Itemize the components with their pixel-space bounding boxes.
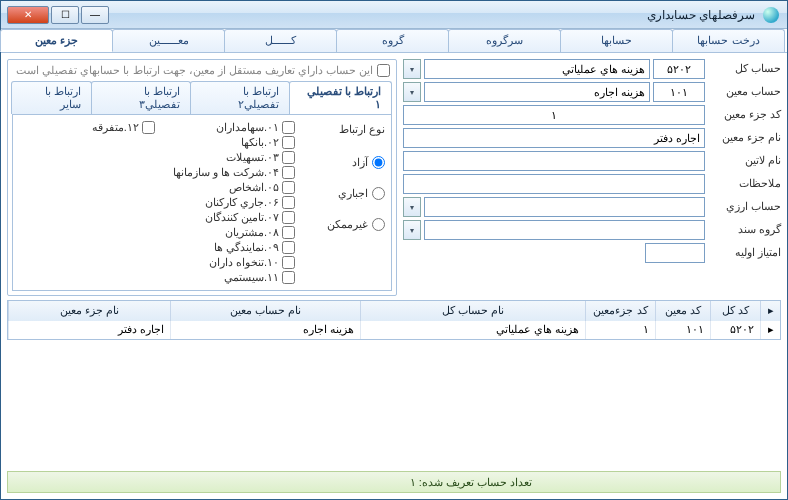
relation-panel: اين حساب داراي تعاريف مستقل از معين، جهت… — [7, 59, 397, 296]
grid-header-sub[interactable]: کد جزءمعين — [585, 301, 655, 321]
grid-header-moeinname[interactable]: نام حساب معين — [170, 301, 360, 321]
status-count: تعداد حساب تعريف شده: ۱ — [410, 476, 532, 489]
subname-input[interactable] — [403, 128, 705, 148]
relation-checkbox-label: ۰۱.سهامداران — [216, 121, 279, 134]
grid-cell-moein: ۱۰۱ — [655, 321, 710, 339]
status-bar: تعداد حساب تعريف شده: ۱ — [7, 471, 781, 493]
relation-checkbox[interactable] — [282, 211, 295, 224]
relation-checkbox-label: ۰۶.جاري كاركنان — [205, 196, 279, 209]
relation-checkbox[interactable] — [282, 271, 295, 284]
kol-code-input[interactable] — [653, 59, 705, 79]
minimize-button[interactable]: — — [81, 6, 109, 24]
relation-checkbox-cols: ۰۱.سهامداران۰۲.بانكها۰۳.تسهيلات۰۴.شركت ه… — [19, 121, 295, 284]
relation-checkbox[interactable] — [282, 181, 295, 194]
relation-checkbox-item[interactable]: ۰۵.اشخاص — [173, 181, 295, 194]
relation-note: اين حساب داراي تعاريف مستقل از معين، جهت… — [12, 62, 392, 81]
relation-checkbox[interactable] — [282, 121, 295, 134]
rel-tab-1[interactable]: ارتباط با تفصيلي ۱ — [289, 81, 392, 114]
reltype-impossible[interactable]: غيرممكن — [305, 218, 385, 231]
tab-supergroup[interactable]: سرگروه — [448, 29, 561, 52]
reltype-free-radio[interactable] — [372, 156, 385, 169]
moein-name-input[interactable] — [424, 82, 650, 102]
docgroup-dropdown-button[interactable]: ▾ — [403, 220, 421, 240]
tab-accounts[interactable]: حسابها — [560, 29, 673, 52]
relation-checkbox[interactable] — [282, 166, 295, 179]
grid-header-moein[interactable]: کد معين — [655, 301, 710, 321]
relation-checkbox-item[interactable]: ۱۲.متفرقه — [92, 121, 155, 134]
relation-checkbox[interactable] — [282, 136, 295, 149]
maximize-button[interactable]: ☐ — [51, 6, 79, 24]
grid-header-subname[interactable]: نام جزء معين — [8, 301, 170, 321]
tab-submoein[interactable]: جزء معين — [0, 29, 113, 52]
relation-checkbox-label: ۰۳.تسهيلات — [226, 151, 279, 164]
relation-checkbox[interactable] — [142, 121, 155, 134]
moein-code-input[interactable] — [653, 82, 705, 102]
grid-row-selector[interactable]: ▸ — [760, 321, 780, 339]
reltype-mandatory[interactable]: اجباري — [305, 187, 385, 200]
label-kol: حساب کل — [709, 59, 781, 79]
relation-type-title: نوع ارتباط — [305, 123, 385, 136]
relation-checkbox[interactable] — [282, 226, 295, 239]
grid-header: ▸ کد کل کد معين کد جزءمعين نام حساب کل ن… — [8, 301, 780, 321]
tab-tree[interactable]: درخت حسابها — [672, 29, 785, 52]
relation-checkbox-label: ۰۵.اشخاص — [229, 181, 279, 194]
grid-header-kol[interactable]: کد کل — [710, 301, 760, 321]
label-score: امتياز اوليه — [709, 243, 781, 263]
app-icon — [763, 7, 779, 23]
grid-cell-kol: ۵۲۰۲ — [710, 321, 760, 339]
currency-input[interactable] — [424, 197, 705, 217]
tab-kol[interactable]: کــــــل — [224, 29, 337, 52]
label-docgrp: گروه سند — [709, 220, 781, 240]
tab-moein[interactable]: معــــــين — [112, 29, 225, 52]
relation-checkbox-label: ۰۷.تامين كنندگان — [205, 211, 279, 224]
grid-cell-kolname: هزينه هاي عملياتي — [360, 321, 585, 339]
relation-checkbox-item[interactable]: ۰۸.مشتريان — [173, 226, 295, 239]
grid-row[interactable]: ▸ ۵۲۰۲ ۱۰۱ ۱ هزينه هاي عملياتي هزينه اجا… — [8, 321, 780, 339]
grid-header-sel[interactable]: ▸ — [760, 301, 780, 321]
relation-checkbox-item[interactable]: ۰۲.بانكها — [173, 136, 295, 149]
relation-checkbox[interactable] — [282, 241, 295, 254]
relation-checkbox-item[interactable]: ۰۱.سهامداران — [173, 121, 295, 134]
titlebar: ✕ ☐ — سرفصلهاي حسابداري — [1, 1, 787, 29]
relation-checkbox-label: ۱۱.سيستمي — [224, 271, 279, 284]
relation-body: نوع ارتباط آزاد اجباري غيرممكن ۰۱.سهامدا… — [12, 115, 392, 291]
reltype-free[interactable]: آزاد — [305, 156, 385, 169]
currency-dropdown-button[interactable]: ▾ — [403, 197, 421, 217]
relation-checkbox-label: ۰۹.نمايندگي ها — [214, 241, 279, 254]
rel-tab-other[interactable]: ارتباط با ساير — [11, 81, 92, 114]
relation-checkbox[interactable] — [282, 151, 295, 164]
relation-checkbox-label: ۰۴.شركت ها و سازمانها — [173, 166, 279, 179]
close-button[interactable]: ✕ — [7, 6, 49, 24]
relation-checkbox-item[interactable]: ۱۰.تنخواه داران — [173, 256, 295, 269]
relation-checkbox-item[interactable]: ۰۳.تسهيلات — [173, 151, 295, 164]
grid-cell-sub: ۱ — [585, 321, 655, 339]
label-moein: حساب معين — [709, 82, 781, 102]
relation-checkbox-item[interactable]: ۰۶.جاري كاركنان — [173, 196, 295, 209]
reltype-impossible-radio[interactable] — [372, 218, 385, 231]
label-subname: نام جزء معين — [709, 128, 781, 148]
kol-dropdown-button[interactable]: ▾ — [403, 59, 421, 79]
score-input[interactable] — [645, 243, 705, 263]
latin-input[interactable] — [403, 151, 705, 171]
label-curr: حساب ارزي — [709, 197, 781, 217]
note-input[interactable] — [403, 174, 705, 194]
moein-dropdown-button[interactable]: ▾ — [403, 82, 421, 102]
rel-tab-2[interactable]: ارتباط با تفصيلي۲ — [190, 81, 290, 114]
relation-checkbox-item[interactable]: ۰۴.شركت ها و سازمانها — [173, 166, 295, 179]
relation-checkbox[interactable] — [282, 256, 295, 269]
independent-checkbox[interactable] — [377, 64, 390, 77]
rel-tab-3[interactable]: ارتباط با تفصيلي۳ — [91, 81, 191, 114]
kol-name-input[interactable] — [424, 59, 650, 79]
relation-checkbox-item[interactable]: ۰۷.تامين كنندگان — [173, 211, 295, 224]
subcode-input[interactable] — [403, 105, 705, 125]
grid-header-kolname[interactable]: نام حساب کل — [360, 301, 585, 321]
label-latin: نام لاتين — [709, 151, 781, 171]
tab-group[interactable]: گروه — [336, 29, 449, 52]
reltype-mandatory-radio[interactable] — [372, 187, 385, 200]
relation-checkbox[interactable] — [282, 196, 295, 209]
relation-checkbox-item[interactable]: ۱۱.سيستمي — [173, 271, 295, 284]
content-area: حساب کل ▾ حساب معين ▾ کد جزء معين نام جز… — [1, 53, 787, 499]
docgroup-input[interactable] — [424, 220, 705, 240]
relation-checkbox-item[interactable]: ۰۹.نمايندگي ها — [173, 241, 295, 254]
relation-tabs: ارتباط با تفصيلي ۱ ارتباط با تفصيلي۲ ارت… — [12, 81, 392, 115]
